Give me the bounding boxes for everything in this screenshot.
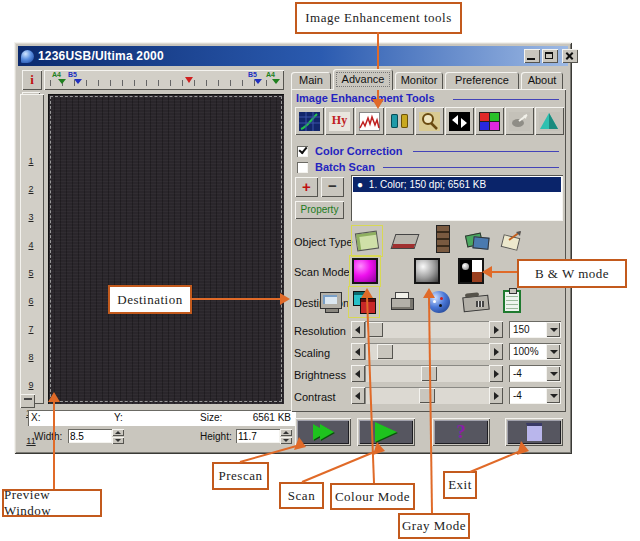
exit-button[interactable]	[505, 418, 563, 446]
maximize-button[interactable]	[542, 49, 558, 63]
tab-monitor[interactable]: Monitor	[395, 72, 443, 89]
close-button[interactable]	[562, 49, 578, 63]
airbrush-button[interactable]	[505, 107, 534, 135]
minimize-icon	[527, 58, 535, 60]
destination-web-button[interactable]	[425, 288, 453, 316]
prescan-button[interactable]	[295, 418, 351, 446]
invert-button[interactable]	[445, 107, 474, 135]
histogram-icon	[359, 112, 380, 131]
clipboard-icon	[503, 290, 521, 313]
brightness-combo[interactable]: -4	[509, 365, 561, 382]
scan-icon	[359, 420, 413, 444]
scaling-left-arrow[interactable]	[351, 343, 365, 360]
resolution-slider[interactable]	[365, 321, 489, 338]
section-header: Image Enhancement Tools	[296, 92, 435, 104]
destination-clipboard-button[interactable]	[498, 287, 526, 315]
destination-monitor-button[interactable]	[317, 288, 345, 316]
brightness-slider[interactable]	[365, 365, 489, 382]
contrast-left-arrow[interactable]	[351, 387, 365, 404]
scaling-right-arrow[interactable]	[489, 343, 503, 360]
color-mode-button[interactable]	[351, 257, 379, 285]
scaling-label: Scaling	[294, 347, 330, 359]
film-object-button[interactable]	[429, 225, 457, 253]
slider-thumb[interactable]	[367, 322, 383, 337]
scaling-slider[interactable]	[365, 343, 489, 360]
object-type-label: Object Type	[294, 236, 353, 248]
tab-advance[interactable]: Advance	[333, 69, 393, 90]
height-stepper[interactable]	[280, 429, 292, 444]
preview-window[interactable]	[48, 94, 284, 404]
paper-size-a4-left: A4	[52, 71, 61, 78]
status-bar: X: Y: Size: 6561 KB	[28, 410, 296, 426]
ruler-bottom-button[interactable]	[20, 394, 35, 408]
dropdown-arrow-icon[interactable]	[546, 366, 560, 381]
color-correction-checkbox[interactable]	[297, 146, 308, 157]
resolution-combo[interactable]: 150	[509, 321, 561, 338]
height-field[interactable]	[236, 429, 280, 443]
width-field[interactable]	[68, 429, 112, 443]
descreen-button[interactable]	[535, 107, 564, 135]
ruler-number: 2	[24, 184, 38, 194]
resolution-left-arrow[interactable]	[351, 321, 365, 338]
tone-curve-button[interactable]	[295, 107, 324, 135]
color-mode-icon	[352, 258, 378, 284]
exit-icon	[526, 423, 542, 441]
dropdown-arrow-icon[interactable]	[546, 322, 560, 337]
remove-scan-job-button[interactable]: −	[321, 177, 344, 197]
paper-size-a4-right: A4	[266, 71, 275, 78]
batch-scan-checkbox[interactable]	[297, 162, 308, 173]
magazine-object-button[interactable]	[391, 227, 419, 255]
minimize-button[interactable]	[524, 49, 540, 63]
help-button[interactable]: ?	[432, 418, 490, 446]
scaling-combo[interactable]: 100%	[509, 343, 561, 360]
descreen-icon	[539, 112, 560, 131]
destination-fax-button[interactable]	[462, 288, 490, 316]
bw-mode-button[interactable]	[457, 257, 485, 285]
slider-thumb[interactable]	[377, 344, 393, 359]
color-letters-button[interactable]: Hy	[325, 107, 354, 135]
info-button[interactable]: i	[22, 70, 42, 90]
b5-marker-icon	[74, 79, 82, 84]
resolution-right-arrow[interactable]	[489, 321, 503, 338]
property-button[interactable]: Property	[295, 201, 344, 219]
brightness-left-arrow[interactable]	[351, 365, 365, 382]
dropdown-arrow-icon[interactable]	[546, 388, 560, 403]
brightness-right-arrow[interactable]	[489, 365, 503, 382]
dropdown-arrow-icon[interactable]	[546, 344, 560, 359]
scanner-app-window: 1236USB/Ultima 2000 i A4 B5 B5 A4 1 2 3 …	[14, 42, 572, 454]
contrast-right-arrow[interactable]	[489, 387, 503, 404]
callout-bw-mode: B & W mode	[517, 259, 627, 288]
printer-icon	[390, 292, 414, 312]
tone-curve-icon	[299, 112, 320, 131]
scan-button[interactable]	[357, 418, 415, 446]
title-bar: 1236USB/Ultima 2000	[18, 46, 568, 66]
photo-stack-object-button[interactable]	[463, 227, 491, 255]
add-scan-job-button[interactable]: +	[295, 177, 318, 197]
scan-job-item[interactable]: ● 1. Color; 150 dpi; 6561 KB	[353, 177, 561, 192]
zoom-button[interactable]	[415, 107, 444, 135]
custom-object-button[interactable]	[497, 225, 525, 253]
width-stepper[interactable]	[112, 429, 124, 444]
destination-disk-button[interactable]	[350, 288, 378, 316]
tab-main[interactable]: Main	[291, 72, 331, 89]
advance-tab-panel: Image Enhancement Tools Hy	[291, 89, 566, 412]
threshold-button[interactable]	[385, 107, 414, 135]
callout-exit: Exit	[443, 471, 477, 499]
photo-object-button[interactable]	[353, 227, 381, 255]
width-label: Width:	[34, 428, 62, 446]
line-scan	[302, 450, 379, 482]
color-channels-button[interactable]	[475, 107, 504, 135]
photo-stack-icon	[466, 233, 488, 249]
histogram-button[interactable]	[355, 107, 384, 135]
slider-right-arrow-icon	[494, 326, 499, 334]
slider-thumb[interactable]	[419, 388, 435, 403]
crop-marker-icon[interactable]	[185, 77, 193, 83]
tab-about[interactable]: About	[521, 72, 563, 89]
contrast-slider[interactable]	[365, 387, 489, 404]
contrast-combo[interactable]: -4	[509, 387, 561, 404]
slider-thumb[interactable]	[421, 366, 437, 381]
ruler-number: 6	[24, 296, 38, 306]
destination-printer-button[interactable]	[388, 288, 416, 316]
gray-mode-button[interactable]	[413, 257, 441, 285]
tab-preference[interactable]: Preference	[445, 72, 519, 89]
